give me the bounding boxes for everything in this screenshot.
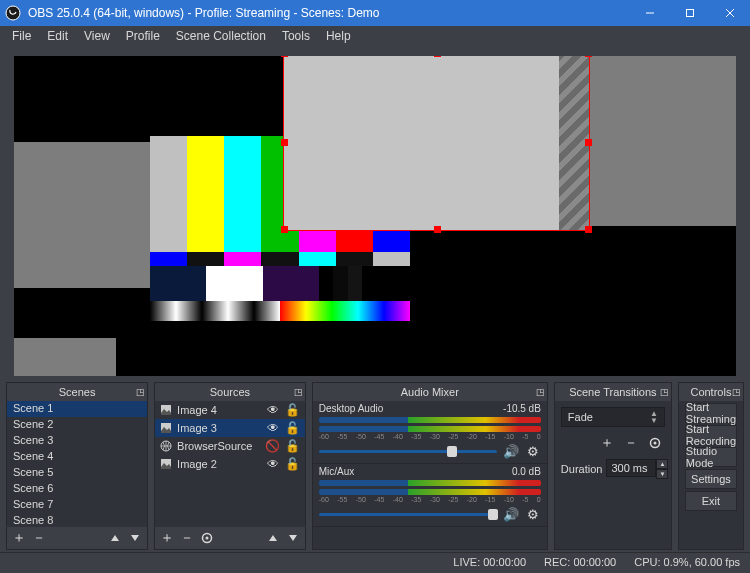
lock-toggle[interactable]: 🔓: [285, 457, 301, 471]
settings-button[interactable]: Settings: [685, 469, 737, 489]
remove-source-button[interactable]: －: [177, 528, 197, 548]
sources-title: Sources: [210, 386, 250, 398]
start-recording-button[interactable]: Start Recording: [685, 425, 737, 445]
resize-handle-s[interactable]: [434, 226, 441, 233]
slider-thumb[interactable]: [488, 509, 498, 520]
transitions-panel: Scene Transitions◳ Fade ▲▼ ＋ － Duration …: [554, 382, 672, 550]
resize-handle-e[interactable]: [585, 139, 592, 146]
remove-scene-button[interactable]: －: [29, 528, 49, 548]
source-item[interactable]: BrowserSource🚫🔓: [155, 437, 305, 455]
source-item[interactable]: Image 4👁🔓: [155, 401, 305, 419]
globe-icon: [159, 439, 173, 453]
status-cpu: CPU: 0.9%, 60.00 fps: [634, 556, 740, 568]
menu-scene-collection[interactable]: Scene Collection: [168, 27, 274, 45]
undock-icon[interactable]: ◳: [732, 387, 741, 397]
window-minimize-button[interactable]: [630, 0, 670, 26]
window-close-button[interactable]: [710, 0, 750, 26]
undock-icon[interactable]: ◳: [536, 387, 545, 397]
volume-slider[interactable]: [319, 450, 497, 453]
scene-item[interactable]: Scene 1: [7, 401, 147, 417]
mixer-header[interactable]: Audio Mixer◳: [313, 383, 547, 401]
scene-down-button[interactable]: [125, 528, 145, 548]
lock-toggle[interactable]: 🔓: [285, 439, 301, 453]
transitions-header[interactable]: Scene Transitions◳: [555, 383, 671, 401]
speaker-icon[interactable]: 🔊: [503, 444, 519, 459]
volume-meter: [319, 489, 541, 495]
resize-handle-ne[interactable]: [585, 56, 592, 57]
scene-item[interactable]: Scene 4: [7, 449, 147, 465]
sources-panel: Sources◳ Image 4👁🔓Image 3👁🔓BrowserSource…: [154, 382, 306, 550]
source-item[interactable]: Image 2👁🔓: [155, 455, 305, 473]
menu-bar: File Edit View Profile Scene Collection …: [0, 26, 750, 46]
speaker-icon[interactable]: 🔊: [503, 507, 519, 522]
slider-thumb[interactable]: [447, 446, 457, 457]
menu-view[interactable]: View: [76, 27, 118, 45]
mixer-body: Desktop Audio-10.5 dB-60-55-50-45-40-35-…: [313, 401, 547, 549]
volume-slider[interactable]: [319, 513, 497, 516]
duration-label: Duration: [561, 463, 603, 475]
undock-icon[interactable]: ◳: [660, 387, 669, 397]
scene-item[interactable]: Scene 3: [7, 433, 147, 449]
sources-list[interactable]: Image 4👁🔓Image 3👁🔓BrowserSource🚫🔓Image 2…: [155, 401, 305, 527]
duration-field[interactable]: [606, 459, 656, 477]
resize-handle-se[interactable]: [585, 226, 592, 233]
undock-icon[interactable]: ◳: [136, 387, 145, 397]
scene-up-button[interactable]: [105, 528, 125, 548]
scenes-header[interactable]: Scenes◳: [7, 383, 147, 401]
scene-item[interactable]: Scene 7: [7, 497, 147, 513]
gear-icon[interactable]: ⚙: [525, 507, 541, 522]
menu-help[interactable]: Help: [318, 27, 359, 45]
transition-properties-button[interactable]: [645, 433, 665, 453]
transition-duration-input[interactable]: ▲▼: [606, 459, 668, 479]
spin-down[interactable]: ▼: [656, 469, 668, 479]
scene-item[interactable]: Scene 2: [7, 417, 147, 433]
status-rec: REC: 00:00:00: [544, 556, 616, 568]
visibility-toggle[interactable]: 🚫: [265, 439, 281, 453]
add-transition-button[interactable]: ＋: [597, 433, 617, 453]
sources-header[interactable]: Sources◳: [155, 383, 305, 401]
menu-edit[interactable]: Edit: [39, 27, 76, 45]
visibility-toggle[interactable]: 👁: [265, 421, 281, 435]
add-scene-button[interactable]: ＋: [9, 528, 29, 548]
image-icon: [159, 421, 173, 435]
resize-handle-w[interactable]: [281, 139, 288, 146]
menu-profile[interactable]: Profile: [118, 27, 168, 45]
scenes-toolbar: ＋ －: [7, 527, 147, 549]
spin-up[interactable]: ▲: [656, 459, 668, 469]
menu-tools[interactable]: Tools: [274, 27, 318, 45]
preview-selected-source[interactable]: [283, 56, 590, 231]
scene-item[interactable]: Scene 6: [7, 481, 147, 497]
window-maximize-button[interactable]: [670, 0, 710, 26]
mixer-title: Audio Mixer: [401, 386, 459, 398]
exit-button[interactable]: Exit: [685, 491, 737, 511]
controls-panel: Controls◳ Start StreamingStart Recording…: [678, 382, 744, 550]
undock-icon[interactable]: ◳: [294, 387, 303, 397]
visibility-toggle[interactable]: 👁: [265, 457, 281, 471]
start-streaming-button[interactable]: Start Streaming: [685, 403, 737, 423]
gear-icon[interactable]: ⚙: [525, 444, 541, 459]
source-properties-button[interactable]: [197, 528, 217, 548]
lock-toggle[interactable]: 🔓: [285, 403, 301, 417]
sources-toolbar: ＋ －: [155, 527, 305, 549]
resize-handle-nw[interactable]: [281, 56, 288, 57]
source-up-button[interactable]: [263, 528, 283, 548]
scenes-title: Scenes: [59, 386, 96, 398]
remove-transition-button[interactable]: －: [621, 433, 641, 453]
preview-canvas[interactable]: [14, 56, 736, 376]
scenes-list[interactable]: Scene 1Scene 2Scene 3Scene 4Scene 5Scene…: [7, 401, 147, 527]
resize-handle-n[interactable]: [434, 56, 441, 57]
source-item[interactable]: Image 3👁🔓: [155, 419, 305, 437]
transition-select[interactable]: Fade ▲▼: [561, 407, 665, 427]
scene-item[interactable]: Scene 5: [7, 465, 147, 481]
visibility-toggle[interactable]: 👁: [265, 403, 281, 417]
menu-file[interactable]: File: [4, 27, 39, 45]
studio-mode-button[interactable]: Studio Mode: [685, 447, 737, 467]
lock-toggle[interactable]: 🔓: [285, 421, 301, 435]
svg-point-0: [6, 6, 20, 20]
source-down-button[interactable]: [283, 528, 303, 548]
volume-meter: [319, 426, 541, 432]
controls-header[interactable]: Controls◳: [679, 383, 743, 401]
scene-item[interactable]: Scene 8: [7, 513, 147, 527]
add-source-button[interactable]: ＋: [157, 528, 177, 548]
resize-handle-sw[interactable]: [281, 226, 288, 233]
